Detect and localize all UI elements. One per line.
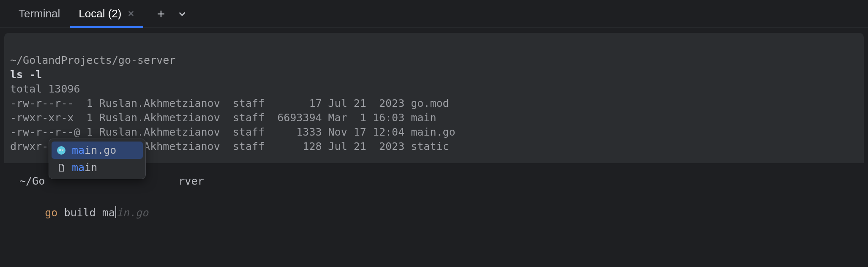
tab-terminal-label: Terminal xyxy=(19,7,60,20)
output-cwd: ~/GolandProjects/go-server xyxy=(10,54,175,66)
completion-popup: main.go main xyxy=(49,139,146,179)
output-line: -rwxr-xr-x 1 Ruslan.Akhmetzianov staff 6… xyxy=(10,112,436,124)
terminal-tabs: Terminal Local (2) xyxy=(0,0,868,28)
completion-item-main-go[interactable]: main.go xyxy=(52,142,143,159)
prompt-typed: build ma xyxy=(57,207,115,219)
svg-point-4 xyxy=(62,150,63,150)
tab-actions xyxy=(152,5,191,23)
prompt-go-token: go xyxy=(45,207,57,219)
tab-local-2[interactable]: Local (2) xyxy=(70,0,143,27)
text-caret xyxy=(115,206,116,218)
tab-options-button[interactable] xyxy=(173,5,191,23)
close-icon[interactable] xyxy=(127,8,135,20)
completion-label: main xyxy=(72,161,97,174)
output-cmd: ls -l xyxy=(10,68,42,81)
output-line: -rw-r--r-- 1 Ruslan.Akhmetzianov staff 1… xyxy=(10,97,449,109)
file-icon xyxy=(56,162,67,173)
completion-item-main[interactable]: main xyxy=(52,159,143,176)
prompt-ghost-suggestion: in.go xyxy=(117,207,148,219)
new-tab-button[interactable] xyxy=(152,5,170,23)
go-file-icon xyxy=(56,145,67,156)
output-line: -rw-r--r--@ 1 Ruslan.Akhmetzianov staff … xyxy=(10,126,456,138)
output-line: total 13096 xyxy=(10,83,80,95)
completion-label: main.go xyxy=(72,144,116,156)
tab-terminal[interactable]: Terminal xyxy=(10,0,68,27)
tab-local-2-label: Local (2) xyxy=(79,7,121,20)
svg-point-0 xyxy=(57,146,66,155)
svg-point-3 xyxy=(60,150,60,150)
